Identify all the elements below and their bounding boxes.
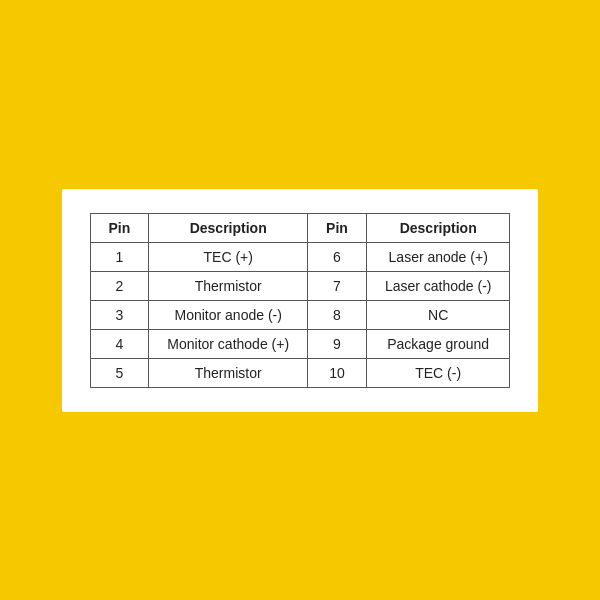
- table-cell: 1: [90, 242, 149, 271]
- table-header-row: Pin Description Pin Description: [90, 213, 510, 242]
- table-cell: Thermistor: [149, 271, 308, 300]
- table-cell: NC: [366, 300, 510, 329]
- col-header-pin-right: Pin: [308, 213, 367, 242]
- table-row: 3Monitor anode (-)8NC: [90, 300, 510, 329]
- table-cell: 3: [90, 300, 149, 329]
- col-header-desc-left: Description: [149, 213, 308, 242]
- table-cell: Thermistor: [149, 358, 308, 387]
- table-cell: 9: [308, 329, 367, 358]
- table-cell: 6: [308, 242, 367, 271]
- table-cell: Monitor cathode (+): [149, 329, 308, 358]
- table-cell: TEC (-): [366, 358, 510, 387]
- table-cell: 5: [90, 358, 149, 387]
- table-row: 2Thermistor7Laser cathode (-): [90, 271, 510, 300]
- table-cell: Laser cathode (-): [366, 271, 510, 300]
- table-cell: 8: [308, 300, 367, 329]
- table-row: 1TEC (+)6Laser anode (+): [90, 242, 510, 271]
- table-cell: 10: [308, 358, 367, 387]
- table-row: 5Thermistor10TEC (-): [90, 358, 510, 387]
- col-header-pin-left: Pin: [90, 213, 149, 242]
- table-row: 4Monitor cathode (+)9Package ground: [90, 329, 510, 358]
- col-header-desc-right: Description: [366, 213, 510, 242]
- table-cell: 7: [308, 271, 367, 300]
- table-cell: 4: [90, 329, 149, 358]
- table-cell: Package ground: [366, 329, 510, 358]
- table-cell: Laser anode (+): [366, 242, 510, 271]
- table-cell: Monitor anode (-): [149, 300, 308, 329]
- pin-table-card: Pin Description Pin Description 1TEC (+)…: [62, 189, 539, 412]
- table-cell: 2: [90, 271, 149, 300]
- pin-description-table: Pin Description Pin Description 1TEC (+)…: [90, 213, 511, 388]
- table-cell: TEC (+): [149, 242, 308, 271]
